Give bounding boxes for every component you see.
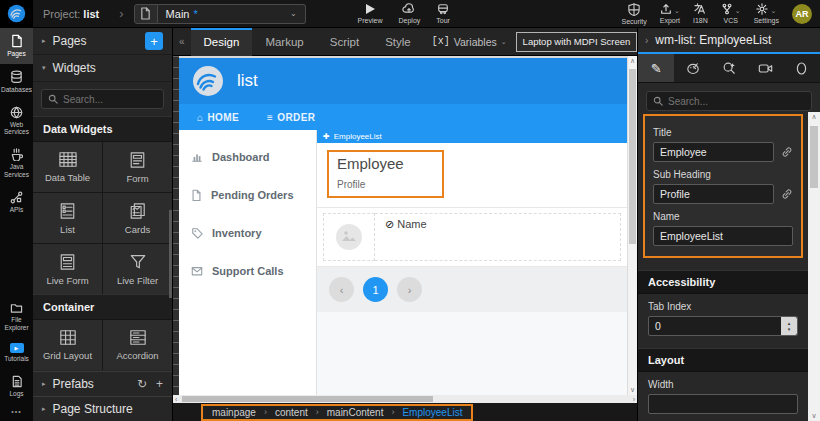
gear-icon: [756, 3, 768, 15]
i18n-button[interactable]: I18N: [693, 3, 708, 24]
scroll-right-icon[interactable]: ›: [633, 395, 635, 403]
widget-live-filter[interactable]: Live Filter: [103, 244, 172, 294]
device-selector[interactable]: Laptop with MDPI Screen ⌄: [516, 32, 652, 52]
rail-item-pages[interactable]: Pages: [0, 28, 33, 64]
list-item-template[interactable]: ⊘ Name: [317, 207, 627, 267]
widget-cards[interactable]: Cards: [103, 193, 172, 243]
tab-index-field[interactable]: [648, 316, 798, 336]
selected-widget-bar[interactable]: ✚ EmployeeList: [317, 130, 627, 143]
title-field[interactable]: [653, 142, 774, 162]
tab-properties[interactable]: ✎: [638, 54, 674, 82]
widget-grid-layout[interactable]: Grid Layout: [33, 320, 102, 370]
breadcrumb-mainpage[interactable]: mainpage: [212, 407, 256, 418]
tab-markup[interactable]: Markup: [252, 28, 316, 56]
topbar-center-actions: Preview Deploy Tour: [358, 3, 450, 24]
nav-order[interactable]: ≡ORDER: [267, 112, 315, 123]
collapse-left-panel-icon[interactable]: «: [173, 36, 191, 47]
vertical-scroll-thumb[interactable]: [629, 69, 636, 244]
bind-link-icon[interactable]: [781, 146, 793, 158]
rail-item-databases[interactable]: Databases: [0, 64, 33, 100]
prefabs-section-header[interactable]: ▸ Prefabs ↻ +: [33, 371, 172, 396]
step-down-icon[interactable]: ▾: [788, 326, 791, 333]
add-page-button[interactable]: +: [145, 32, 163, 50]
preview-button[interactable]: Preview: [358, 3, 383, 24]
palette-icon: [686, 62, 700, 75]
tour-button[interactable]: Tour: [436, 3, 450, 24]
list-item-content[interactable]: ⊘ Name: [375, 213, 621, 261]
rail-item-java-services[interactable]: Java Services: [0, 142, 33, 185]
width-field[interactable]: [648, 394, 798, 414]
vcs-branch-icon: [721, 3, 733, 15]
scroll-up-icon[interactable]: ∧: [628, 57, 637, 65]
i18n-translate-icon: [694, 3, 707, 15]
properties-scroll-thumb[interactable]: [810, 126, 818, 188]
pagination-page-1[interactable]: 1: [363, 277, 388, 302]
widgets-search-input[interactable]: [63, 94, 157, 105]
scroll-up-icon[interactable]: ∧: [808, 113, 820, 121]
menu-item-dashboard[interactable]: Dashboard: [179, 138, 316, 176]
widgets-panel-scrollbar[interactable]: [169, 210, 172, 298]
triangle-down-icon: ▾: [42, 64, 46, 72]
widget-accordion[interactable]: Accordion: [103, 320, 172, 370]
pagination-next-button[interactable]: ›: [397, 277, 422, 302]
rail-more-icon[interactable]: •••: [0, 404, 33, 421]
rail-item-file-explorer[interactable]: File Explorer: [0, 296, 33, 338]
subheading-field[interactable]: [653, 184, 774, 204]
canvas-horizontal-scrollbar[interactable]: ‹ ›: [173, 395, 637, 403]
tab-design[interactable]: Design: [191, 28, 253, 56]
refresh-icon[interactable]: ↻: [137, 377, 147, 391]
add-prefab-button[interactable]: +: [156, 377, 163, 391]
widgets-section-header[interactable]: ▾ Widgets: [33, 55, 172, 82]
menu-item-support-calls[interactable]: Support Calls: [179, 252, 316, 290]
rail-item-apis[interactable]: APIs: [0, 185, 33, 220]
widget-breadcrumb-bar: mainpage › content › mainContent › Emplo…: [173, 403, 637, 421]
scroll-down-icon[interactable]: ∨: [628, 386, 637, 394]
name-field[interactable]: [653, 226, 793, 246]
pages-section-header[interactable]: ▸ Pages +: [33, 28, 172, 55]
menu-item-inventory[interactable]: Inventory: [179, 214, 316, 252]
widget-list[interactable]: List: [33, 193, 102, 243]
user-avatar[interactable]: AR: [792, 4, 812, 24]
widget-live-form[interactable]: Live Form: [33, 244, 102, 294]
accessibility-section-header[interactable]: Accessibility: [638, 270, 808, 294]
wavemaker-logo[interactable]: [0, 0, 33, 28]
tab-search-advanced[interactable]: [711, 54, 747, 82]
tab-device-config[interactable]: [747, 54, 783, 82]
tab-script[interactable]: Script: [317, 28, 372, 56]
properties-scrollbar[interactable]: ∧ ∨: [808, 112, 820, 421]
image-placeholder[interactable]: [323, 213, 375, 261]
variables-button[interactable]: [x] Variables ⌄: [432, 36, 507, 48]
breadcrumb-employeelist[interactable]: EmployeeList: [402, 407, 462, 418]
properties-search-input[interactable]: [668, 96, 805, 107]
scroll-down-icon[interactable]: ∨: [808, 412, 820, 420]
security-button[interactable]: Security: [622, 3, 647, 25]
widget-data-table[interactable]: Data Table: [33, 142, 102, 192]
settings-button[interactable]: ⌄ Settings: [754, 3, 779, 24]
page-selector[interactable]: Main * ⌄: [158, 4, 306, 24]
layout-section-header[interactable]: Layout: [638, 348, 808, 372]
horizontal-scroll-thumb[interactable]: [182, 396, 433, 402]
tab-styles[interactable]: [674, 54, 710, 82]
page-structure-section-header[interactable]: ▸ Page Structure: [33, 396, 172, 421]
vcs-button[interactable]: ⌄ VCS: [721, 3, 741, 24]
canvas-vertical-scrollbar[interactable]: ∧ ∨: [627, 56, 637, 395]
tab-style[interactable]: Style: [372, 28, 424, 56]
nav-home[interactable]: ⌂HOME: [197, 112, 239, 123]
export-button[interactable]: ⌄ Export: [660, 3, 680, 24]
rail-item-web-services[interactable]: Web Services: [0, 100, 33, 143]
pagination-prev-button[interactable]: ‹: [329, 277, 354, 302]
rail-item-logs[interactable]: Logs: [0, 369, 33, 404]
menu-item-pending-orders[interactable]: Pending Orders: [179, 176, 316, 214]
deploy-button[interactable]: Deploy: [399, 3, 421, 24]
widget-form[interactable]: Form: [103, 142, 172, 192]
breadcrumb-maincontent[interactable]: mainContent: [327, 407, 384, 418]
rail-item-tutorials[interactable]: ▶ Tutorials: [0, 337, 33, 369]
breadcrumb-content[interactable]: content: [275, 407, 308, 418]
tab-security-config[interactable]: [784, 54, 820, 82]
scroll-left-icon[interactable]: ‹: [175, 395, 177, 403]
bind-link-icon[interactable]: [781, 188, 793, 200]
list-icon: [59, 202, 76, 220]
highlighted-list-heading[interactable]: Employee Profile: [327, 150, 444, 198]
chevron-right-icon[interactable]: ›: [645, 35, 648, 46]
number-stepper[interactable]: ▴▾: [781, 317, 797, 335]
